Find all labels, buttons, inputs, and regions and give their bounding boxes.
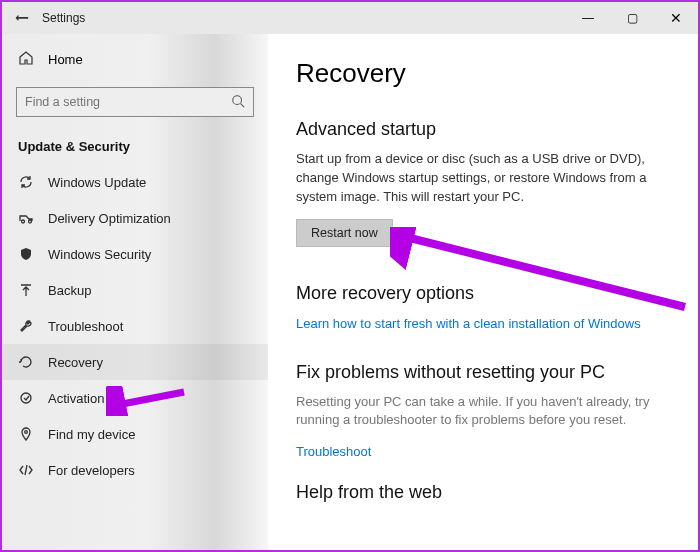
sidebar: Home Update & Security Windows Update De… [2,34,268,550]
sidebar-item-for-developers[interactable]: For developers [2,452,268,488]
home-nav[interactable]: Home [2,42,268,77]
sidebar-item-label: Backup [48,283,91,298]
sidebar-item-label: Recovery [48,355,103,370]
restart-now-button[interactable]: Restart now [296,219,393,247]
sidebar-item-label: Find my device [48,427,135,442]
fix-problems-section: Fix problems without resetting your PC R… [296,362,670,461]
window-title: Settings [42,11,85,25]
search-icon [231,94,245,111]
sidebar-item-label: Activation [48,391,104,406]
shield-icon [18,246,34,262]
sidebar-item-troubleshoot[interactable]: Troubleshoot [2,308,268,344]
sidebar-item-activation[interactable]: Activation [2,380,268,416]
sidebar-item-delivery-optimization[interactable]: Delivery Optimization [2,200,268,236]
sidebar-item-label: Delivery Optimization [48,211,171,226]
svg-point-3 [25,431,28,434]
fix-problems-desc: Resetting your PC can take a while. If y… [296,393,670,431]
location-icon [18,426,34,442]
more-recovery-section: More recovery options Learn how to start… [296,283,670,332]
start-fresh-link[interactable]: Learn how to start fresh with a clean in… [296,316,641,331]
sidebar-item-windows-update[interactable]: Windows Update [2,164,268,200]
wrench-icon [18,318,34,334]
fix-problems-heading: Fix problems without resetting your PC [296,362,670,383]
sidebar-item-find-my-device[interactable]: Find my device [2,416,268,452]
backup-icon [18,282,34,298]
activation-icon [18,390,34,406]
sidebar-item-label: Windows Update [48,175,146,190]
minimize-button[interactable]: — [566,2,610,34]
maximize-button[interactable]: ▢ [610,2,654,34]
home-label: Home [48,52,83,67]
help-web-heading: Help from the web [296,482,670,503]
content-pane: Recovery Advanced startup Start up from … [268,34,698,550]
back-button[interactable]: 🠔 [2,10,42,26]
svg-point-0 [233,95,242,104]
home-icon [18,50,34,69]
advanced-startup-desc: Start up from a device or disc (such as … [296,150,670,207]
sidebar-item-windows-security[interactable]: Windows Security [2,236,268,272]
delivery-icon [18,210,34,226]
troubleshoot-link[interactable]: Troubleshoot [296,444,371,459]
svg-line-1 [241,103,245,107]
sidebar-item-label: For developers [48,463,135,478]
svg-point-2 [21,393,31,403]
search-box[interactable] [16,87,254,117]
advanced-startup-section: Advanced startup Start up from a device … [296,119,670,253]
title-bar: 🠔 Settings — ▢ ✕ [2,2,698,34]
advanced-startup-heading: Advanced startup [296,119,670,140]
close-button[interactable]: ✕ [654,2,698,34]
sidebar-item-backup[interactable]: Backup [2,272,268,308]
category-header: Update & Security [2,127,268,164]
more-recovery-heading: More recovery options [296,283,670,304]
help-web-section: Help from the web [296,482,670,503]
recovery-icon [18,354,34,370]
page-title: Recovery [296,58,670,89]
sidebar-item-label: Troubleshoot [48,319,123,334]
search-input[interactable] [25,95,231,109]
sync-icon [18,174,34,190]
sidebar-item-label: Windows Security [48,247,151,262]
code-icon [18,462,34,478]
sidebar-item-recovery[interactable]: Recovery [2,344,268,380]
